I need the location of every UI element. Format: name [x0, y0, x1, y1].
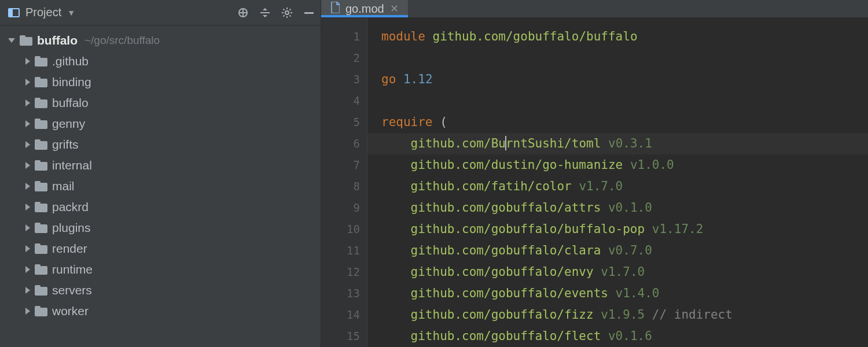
svg-point-4 [285, 11, 289, 14]
chevron-down-icon[interactable] [8, 38, 15, 43]
project-panel-icon [8, 8, 20, 17]
file-icon [330, 2, 340, 16]
tree-item-label: grifts [52, 138, 79, 152]
svg-rect-13 [304, 12, 314, 14]
tree-item-label: genny [52, 117, 85, 131]
tree-item[interactable]: worker [0, 301, 321, 322]
tree-root-label: buffalo [37, 34, 78, 47]
tree-root-path: ~/go/src/buffalo [84, 34, 160, 47]
tree-item[interactable]: servers [0, 280, 321, 301]
folder-icon [20, 35, 32, 46]
chevron-right-icon[interactable] [25, 308, 30, 315]
line-number: 7 [321, 154, 360, 176]
editor-body: 1 2 3 4 5 6 7 8 9 10 11 12 13 14 15 modu… [321, 18, 868, 347]
tree-item[interactable]: grifts [0, 134, 321, 155]
line-number: 14 [321, 304, 360, 326]
code-line [381, 47, 868, 69]
chevron-right-icon[interactable] [25, 224, 30, 231]
tree-item[interactable]: genny [0, 113, 321, 134]
code-line: module github.com/gobuffalo/buffalo [381, 26, 868, 47]
select-opened-file-icon[interactable] [237, 7, 249, 19]
tab-go-mod[interactable]: go.mod ✕ [321, 0, 408, 17]
folder-icon [35, 98, 47, 108]
svg-line-10 [289, 15, 290, 16]
code-line: github.com/gobuffalo/flect v0.1.6 [381, 326, 868, 347]
code-line: github.com/gobuffalo/envy v1.7.0 [381, 261, 868, 283]
tree-item-label: render [52, 242, 87, 256]
code-line [381, 90, 868, 112]
folder-icon [35, 119, 47, 129]
tree-item-label: .github [52, 54, 89, 68]
tab-label: go.mod [345, 2, 384, 16]
code-line: github.com/gobuffalo/attrs v0.1.0 [381, 197, 868, 219]
project-tree: buffalo ~/go/src/buffalo .github binding… [0, 25, 321, 347]
tree-item[interactable]: .github [0, 51, 321, 72]
folder-icon [35, 223, 47, 233]
tree-item[interactable]: render [0, 238, 321, 259]
tree-item[interactable]: internal [0, 155, 321, 176]
svg-line-11 [284, 15, 285, 16]
line-number: 13 [321, 283, 360, 304]
tree-item[interactable]: packrd [0, 197, 321, 217]
folder-icon [35, 181, 47, 191]
line-number: 5 [321, 112, 360, 133]
chevron-right-icon[interactable] [25, 141, 30, 148]
line-number: 9 [321, 197, 360, 219]
code-line: github.com/BurntSushi/toml v0.3.1 [367, 133, 868, 154]
line-number: 4 [321, 90, 360, 112]
chevron-right-icon[interactable] [25, 183, 30, 190]
editor-tabs: go.mod ✕ [321, 0, 868, 18]
project-sidebar: Project ▼ bu [0, 0, 321, 347]
line-number: 12 [321, 261, 360, 283]
folder-icon [35, 285, 47, 296]
tree-item-label: runtime [52, 263, 93, 276]
tree-item-label: buffalo [52, 96, 89, 110]
code-line: require ( [381, 112, 868, 133]
line-number: 8 [321, 176, 360, 197]
code-line: github.com/gobuffalo/clara v0.7.0 [381, 240, 868, 261]
chevron-right-icon[interactable] [25, 58, 30, 65]
tree-item-label: packrd [52, 200, 89, 214]
hide-icon[interactable] [303, 7, 315, 19]
chevron-right-icon[interactable] [25, 79, 30, 86]
tree-item-label: mail [52, 179, 75, 193]
collapse-all-icon[interactable] [259, 7, 271, 19]
svg-line-9 [284, 9, 285, 10]
code-line: github.com/gobuffalo/buffalo-pop v1.17.2 [381, 219, 868, 240]
gutter: 1 2 3 4 5 6 7 8 9 10 11 12 13 14 15 [321, 18, 367, 347]
gear-icon[interactable] [281, 7, 293, 19]
line-number: 15 [321, 326, 360, 347]
tree-item-label: internal [52, 158, 92, 172]
tree-root[interactable]: buffalo ~/go/src/buffalo [0, 30, 321, 51]
line-number: 1 [321, 26, 360, 47]
chevron-right-icon[interactable] [25, 162, 30, 169]
tree-item[interactable]: plugins [0, 217, 321, 238]
line-number: 2 [321, 47, 360, 69]
folder-icon [35, 264, 47, 275]
folder-icon [35, 202, 47, 212]
chevron-right-icon[interactable] [25, 245, 30, 252]
chevron-right-icon[interactable] [25, 266, 30, 273]
tree-item-label: binding [52, 75, 91, 89]
chevron-right-icon[interactable] [25, 287, 30, 294]
tree-item[interactable]: mail [0, 176, 321, 197]
tree-item[interactable]: runtime [0, 259, 321, 280]
project-toolbar: Project ▼ [0, 0, 321, 25]
project-dropdown[interactable]: Project [25, 6, 61, 19]
chevron-right-icon[interactable] [25, 99, 30, 106]
line-number: 10 [321, 219, 360, 240]
tree-item[interactable]: buffalo [0, 93, 321, 113]
code-line: github.com/gobuffalo/fizz v1.9.5 // indi… [381, 304, 868, 326]
tree-item[interactable]: binding [0, 72, 321, 93]
folder-icon [35, 160, 47, 171]
chevron-down-icon[interactable]: ▼ [67, 8, 75, 17]
folder-icon [35, 77, 47, 87]
line-number: 3 [321, 69, 360, 90]
chevron-right-icon[interactable] [25, 204, 30, 211]
code-line: github.com/dustin/go-humanize v1.0.0 [381, 154, 868, 176]
close-icon[interactable]: ✕ [390, 2, 399, 15]
folder-icon [35, 139, 47, 150]
code-area[interactable]: module github.com/gobuffalo/buffalo go 1… [367, 18, 868, 347]
chevron-right-icon[interactable] [25, 120, 30, 127]
code-line: github.com/fatih/color v1.7.0 [381, 176, 868, 197]
